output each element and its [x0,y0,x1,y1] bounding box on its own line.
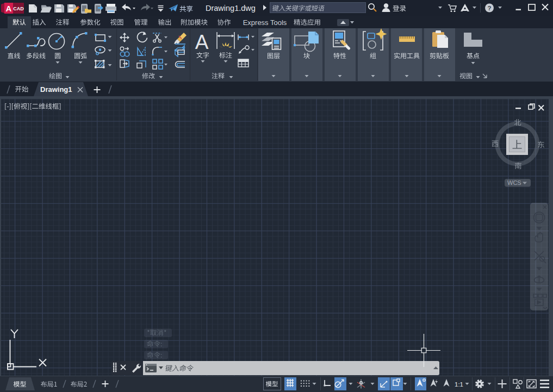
svg-text:A: A [195,31,209,53]
svg-text:Express Tools: Express Tools [243,18,287,27]
svg-text:A: A [6,4,12,13]
svg-text:CAD: CAD [13,6,24,11]
svg-text:?: ? [487,5,491,11]
svg-text:Drawing1.dwg: Drawing1.dwg [206,4,256,13]
svg-text:WCS: WCS [507,179,521,186]
svg-text:Drawing1: Drawing1 [40,85,72,94]
svg-text:1:1: 1:1 [455,381,463,388]
